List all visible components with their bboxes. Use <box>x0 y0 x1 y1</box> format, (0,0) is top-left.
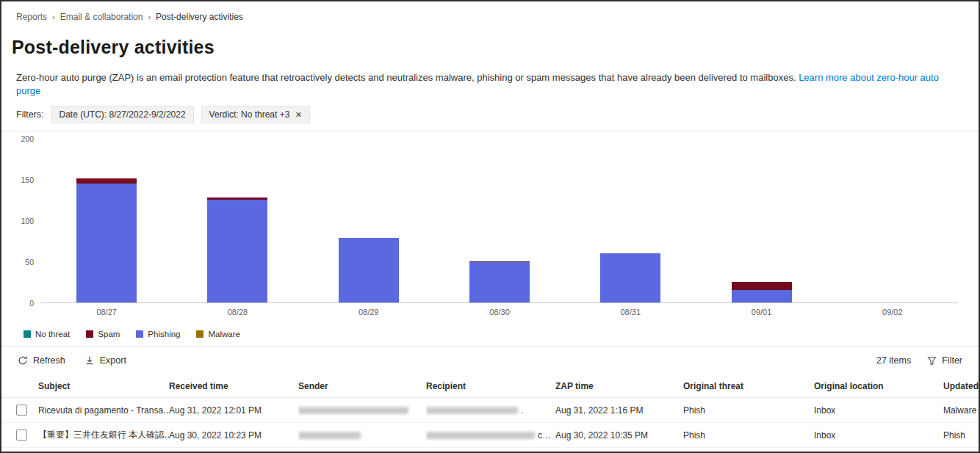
filters-bar: Filters: Date (UTC): 8/27/2022-9/2/2022 … <box>16 106 979 123</box>
x-tick-label: 08/27 <box>41 308 172 316</box>
bar-segment-spam[interactable] <box>732 282 792 290</box>
table-row[interactable]: 【重要】三井住友銀行 本人確認…Aug 30, 2022 10:23 PMc…A… <box>1 423 979 448</box>
chart-category: 09/01 <box>696 139 826 302</box>
bar-stack <box>600 139 660 302</box>
table-cell: 【重要】三井住友銀行 本人確認… <box>38 429 169 441</box>
column-header-recipient[interactable]: Recipient <box>426 381 555 391</box>
y-tick-label: 0 <box>29 299 34 308</box>
command-bar: Refresh Export 27 items Filter <box>1 347 979 374</box>
bar-segment-phishing[interactable] <box>600 253 660 302</box>
legend-swatch <box>86 330 93 338</box>
bar-segment-phishing[interactable] <box>76 184 137 302</box>
column-header-subject[interactable]: Subject <box>38 381 169 391</box>
bar-segment-phishing[interactable] <box>469 262 530 302</box>
zap-table-body: Ricevuta di pagamento - Transa…Aug 31, 2… <box>1 398 979 453</box>
filter-chip-verdict[interactable]: Verdict: No threat +3 × <box>201 106 310 123</box>
legend-item-malware[interactable]: Malware <box>196 330 239 338</box>
table-cell: c… <box>426 430 555 441</box>
table-cell: Aug 30, 2022 10:23 PM <box>169 430 298 441</box>
table-cell: Phish <box>683 405 814 416</box>
page-title: Post-delivery activities <box>12 37 979 58</box>
legend-item-spam[interactable]: Spam <box>86 330 120 338</box>
table-cell: Aug 31, 2022 12:01 PM <box>169 405 298 416</box>
filter-button[interactable]: Filter <box>927 355 962 366</box>
export-button[interactable]: Export <box>84 355 126 366</box>
breadcrumb-separator-icon: › <box>148 12 151 21</box>
table-cell: Inbox <box>814 405 943 416</box>
breadcrumb-separator-icon: › <box>52 12 55 21</box>
table-cell: Phish <box>943 430 980 441</box>
table-cell <box>298 430 426 441</box>
legend-label: No threat <box>35 330 70 338</box>
filter-chip-date-label: Date (UTC): 8/27/2022-9/2/2022 <box>60 109 186 120</box>
close-icon[interactable]: × <box>295 111 301 118</box>
legend-swatch <box>136 330 143 338</box>
legend-label: Malware <box>208 330 239 338</box>
column-header-received-time[interactable]: Received time <box>169 381 298 391</box>
column-header-zap-time[interactable]: ZAP time <box>555 381 683 391</box>
chart-category: 08/29 <box>303 139 434 302</box>
breadcrumb-current-page: Post-delivery activities <box>156 12 243 22</box>
filter-chip-date[interactable]: Date (UTC): 8/27/2022-9/2/2022 <box>51 106 194 123</box>
table-cell: Aug 31, 2022 1:16 PM <box>555 405 683 416</box>
zap-activity-chart: 050100150200 08/2708/2808/2908/3008/3109… <box>9 134 958 319</box>
page-description: Zero-hour auto purge (ZAP) is an email p… <box>16 71 964 97</box>
checkbox-cell <box>16 430 38 441</box>
breadcrumb: Reports › Email & collaboration › Post-d… <box>1 1 979 22</box>
bar-stack <box>207 139 267 302</box>
description-text: Zero-hour auto purge (ZAP) is an email p… <box>16 72 796 83</box>
bar-stack <box>469 139 530 302</box>
bar-stack <box>732 139 792 302</box>
table-cell: . <box>426 405 555 416</box>
column-header-original-threat[interactable]: Original threat <box>683 381 814 391</box>
bar-segment-phishing[interactable] <box>339 238 399 302</box>
table-cell <box>298 405 426 416</box>
x-tick-label: 08/28 <box>172 308 303 316</box>
x-tick-label: 08/30 <box>434 308 565 316</box>
y-tick-label: 200 <box>21 134 34 143</box>
column-header-updated-threat[interactable]: Updated threat <box>943 381 980 391</box>
checkbox-cell <box>16 405 38 416</box>
chart-plot: 08/2708/2808/2908/3008/3109/0109/02 <box>41 139 958 303</box>
refresh-button[interactable]: Refresh <box>18 355 65 366</box>
legend-label: Phishing <box>148 330 180 338</box>
filters-label: Filters: <box>16 109 44 120</box>
x-tick-label: 09/02 <box>827 308 958 316</box>
section-divider <box>1 131 979 131</box>
breadcrumb-reports[interactable]: Reports <box>16 12 47 22</box>
filter-label: Filter <box>942 355 962 366</box>
chart-category: 09/02 <box>827 139 958 302</box>
bar-segment-spam[interactable] <box>76 178 137 184</box>
y-tick-label: 100 <box>21 217 34 225</box>
redacted-value <box>426 407 518 414</box>
redacted-value <box>298 407 408 414</box>
table-cell: Phish <box>683 430 814 441</box>
table-header: SubjectReceived timeSenderRecipientZAP t… <box>1 374 979 398</box>
x-tick-label: 08/31 <box>565 308 696 316</box>
column-header-original-location[interactable]: Original location <box>814 381 943 391</box>
export-icon <box>84 355 95 366</box>
legend-label: Spam <box>98 330 120 338</box>
table-row[interactable]: Ricevuta di pagamento - Transa…Aug 31, 2… <box>1 398 979 423</box>
x-tick-label: 08/29 <box>303 308 434 316</box>
redacted-value <box>298 432 361 439</box>
chart-yaxis: 050100150200 <box>9 139 34 303</box>
table-row[interactable]: 【最終警告】三井住友銀行 から…Aug 30, 2022 9:27 PMomSe… <box>1 448 979 453</box>
legend-item-phishing[interactable]: Phishing <box>136 330 180 338</box>
row-checkbox[interactable] <box>16 405 27 416</box>
row-checkbox[interactable] <box>16 430 27 441</box>
export-label: Export <box>100 355 126 366</box>
bar-stack <box>862 139 923 302</box>
x-tick-label: 09/01 <box>696 308 826 316</box>
chart-legend: No threatSpamPhishingMalware <box>24 330 979 338</box>
table-cell: Aug 30, 2022 10:35 PM <box>555 430 683 441</box>
column-header-sender[interactable]: Sender <box>298 381 426 391</box>
table-cell: Inbox <box>814 430 943 441</box>
breadcrumb-email-collaboration[interactable]: Email & collaboration <box>60 12 143 22</box>
bar-segment-phishing[interactable] <box>732 290 792 302</box>
refresh-icon <box>18 355 28 366</box>
bar-segment-phishing[interactable] <box>207 200 267 302</box>
legend-item-no-threat[interactable]: No threat <box>24 330 70 338</box>
y-tick-label: 150 <box>21 175 34 184</box>
legend-swatch <box>196 330 203 338</box>
